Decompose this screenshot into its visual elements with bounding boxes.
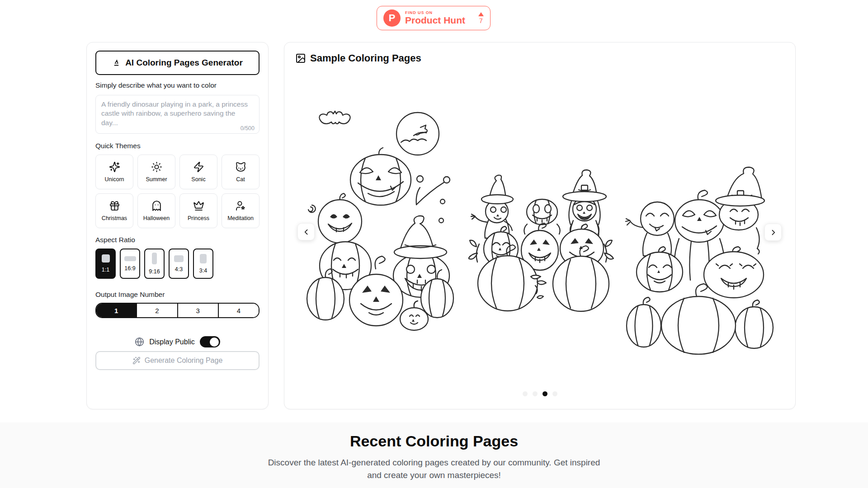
theme-button-summer[interactable]: Summer: [137, 155, 175, 189]
theme-button-princess[interactable]: Princess: [179, 193, 217, 228]
theme-label: Cat: [236, 176, 245, 183]
ghost-icon: [151, 200, 162, 211]
theme-label: Unicorn: [104, 176, 124, 183]
quick-themes-grid: UnicornSummerSonicCatChristmasHalloweenP…: [95, 155, 259, 228]
ratio-label: 3:4: [199, 267, 207, 274]
aspect-ratio-1-1[interactable]: 1:1: [95, 249, 116, 279]
recent-title: Recent Coloring Pages: [0, 432, 868, 450]
upvote-count: 7: [479, 17, 483, 24]
find-us-on-label: FIND US ON: [405, 10, 465, 15]
display-public-label: Display Public: [149, 338, 194, 346]
toggle-knob: [210, 338, 219, 347]
theme-label: Halloween: [143, 215, 170, 221]
output-number-1[interactable]: 1: [96, 304, 136, 317]
generate-button-label: Generate Coloring Page: [145, 357, 223, 365]
aspect-ratio-3-4[interactable]: 3:4: [193, 249, 213, 279]
aspect-ratio-label: Aspect Ratio: [95, 236, 259, 244]
quick-themes-label: Quick Themes: [95, 142, 259, 150]
carousel-dot-2[interactable]: [533, 391, 538, 396]
prompt-wrap: 0/500: [95, 95, 259, 136]
product-hunt-logo-icon: P: [383, 9, 401, 27]
carousel-dot-3[interactable]: [542, 391, 547, 396]
ratio-label: 4:3: [175, 266, 183, 272]
generator-title-box: AI Coloring Pages Generator: [95, 51, 259, 75]
ratio-label: 16:9: [124, 265, 135, 272]
carousel-dot-4[interactable]: [552, 391, 557, 396]
theme-label: Sonic: [191, 176, 205, 183]
page: { "colors": { "product_hunt_accent": "#f…: [0, 0, 868, 488]
theme-button-christmas[interactable]: Christmas: [95, 193, 133, 228]
sample-coloring-image-1: [302, 108, 463, 355]
chevron-right-icon: [769, 229, 777, 236]
output-number-control: 1234: [95, 303, 259, 318]
display-public-toggle[interactable]: [200, 336, 220, 347]
globe-icon: [135, 337, 144, 347]
upvote-block[interactable]: 7: [478, 12, 484, 24]
output-number-3[interactable]: 3: [177, 304, 218, 317]
output-number-label: Output Image Number: [95, 291, 259, 299]
output-number-4[interactable]: 4: [218, 304, 259, 317]
pen-nib-icon: [112, 58, 121, 67]
ratio-shape: [124, 256, 136, 261]
product-hunt-badge[interactable]: P FIND US ON Product Hunt 7: [377, 6, 491, 30]
chevron-left-icon: [302, 228, 310, 236]
gift-icon: [109, 200, 120, 211]
ratio-label: 9:16: [149, 268, 160, 275]
recent-section: Recent Coloring Pages Discover the lates…: [0, 422, 868, 488]
display-public-row: Display Public: [95, 336, 259, 347]
ratio-shape: [174, 255, 184, 262]
sparkles-icon: [109, 161, 120, 173]
generator-title: AI Coloring Pages Generator: [125, 58, 243, 68]
theme-label: Meditation: [227, 215, 254, 221]
carousel-next-button[interactable]: [764, 224, 782, 241]
theme-label: Christmas: [102, 215, 127, 221]
recent-subtitle: Discover the latest AI-generated colorin…: [0, 456, 868, 481]
product-hunt-text: FIND US ON Product Hunt: [405, 10, 465, 26]
recent-subtitle-line-2: and create your own masterpieces!: [0, 469, 868, 482]
prompt-input[interactable]: [95, 95, 259, 134]
product-hunt-name: Product Hunt: [405, 15, 465, 26]
theme-button-meditation[interactable]: Meditation: [222, 193, 259, 228]
wand-icon: [132, 357, 141, 365]
carousel-dots: [284, 391, 795, 396]
triangle-up-icon: [478, 12, 484, 16]
sample-pages-panel: Sample Coloring Pages: [284, 42, 796, 409]
generate-button[interactable]: Generate Coloring Page: [95, 351, 259, 370]
aspect-ratio-16-9[interactable]: 16:9: [120, 249, 140, 279]
char-counter: 0/500: [241, 125, 255, 131]
samples-heading: Sample Coloring Pages: [295, 52, 421, 64]
output-number-2[interactable]: 2: [136, 304, 177, 317]
ratio-shape: [102, 254, 110, 263]
aspect-ratio-4-3[interactable]: 4:3: [169, 249, 189, 279]
cat-icon: [235, 161, 246, 173]
zap-icon: [193, 161, 204, 173]
generator-panel: AI Coloring Pages Generator Simply descr…: [86, 42, 269, 409]
ratio-shape: [200, 254, 207, 263]
sample-coloring-image-3: [623, 155, 775, 355]
theme-button-unicorn[interactable]: Unicorn: [95, 155, 133, 189]
theme-button-sonic[interactable]: Sonic: [179, 155, 217, 189]
sun-icon: [151, 161, 162, 173]
sample-coloring-image-2: [468, 158, 615, 330]
prompt-label: Simply describe what you want to color: [95, 81, 259, 89]
person-star-icon: [235, 200, 246, 211]
theme-label: Summer: [146, 176, 167, 183]
crown-icon: [193, 200, 204, 211]
ratio-label: 1:1: [102, 267, 109, 273]
image-icon: [295, 53, 306, 64]
aspect-ratio-9-16[interactable]: 9:16: [144, 249, 165, 279]
ratio-shape: [152, 253, 157, 264]
recent-subtitle-line-1: Discover the latest AI-generated colorin…: [0, 456, 868, 469]
aspect-ratio-row: 1:116:99:164:33:4: [95, 249, 259, 279]
samples-title-text: Sample Coloring Pages: [310, 52, 421, 64]
carousel-prev-button[interactable]: [297, 223, 315, 240]
theme-button-cat[interactable]: Cat: [222, 155, 259, 189]
carousel-dot-1[interactable]: [523, 391, 528, 396]
theme-button-halloween[interactable]: Halloween: [137, 193, 175, 228]
theme-label: Princess: [188, 215, 209, 221]
